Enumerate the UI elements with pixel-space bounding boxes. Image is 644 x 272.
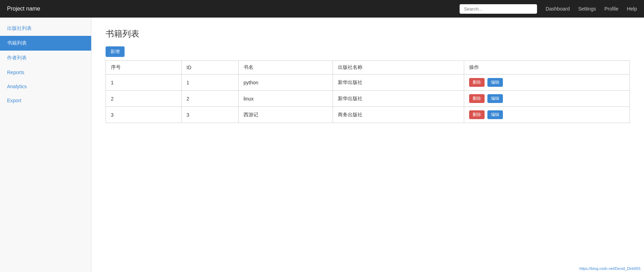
dashboard-link[interactable]: Dashboard <box>545 6 570 12</box>
sidebar: 出版社列表 书籍列表 作者列表 Reports Analytics Export <box>0 18 91 272</box>
col-title: 书名 <box>239 61 333 75</box>
sidebar-item-analytics[interactable]: Analytics <box>0 79 91 93</box>
col-seq: 序号 <box>106 61 182 75</box>
cell-seq: 2 <box>106 91 182 107</box>
delete-button[interactable]: 删除 <box>469 110 485 119</box>
main-content: 书籍列表 新增 序号 ID 书名 出版社名称 操作 1 1 python 新华出… <box>91 18 644 272</box>
page-title: 书籍列表 <box>106 28 630 39</box>
navbar: Project name Dashboard Settings Profile … <box>0 0 644 18</box>
sidebar-item-reports[interactable]: Reports <box>0 65 91 79</box>
sidebar-item-authors[interactable]: 作者列表 <box>0 51 91 65</box>
cell-id: 3 <box>181 107 238 123</box>
table-header-row: 序号 ID 书名 出版社名称 操作 <box>106 61 630 75</box>
add-button[interactable]: 新增 <box>106 46 125 57</box>
help-link[interactable]: Help <box>627 6 637 12</box>
cell-id: 1 <box>181 75 238 91</box>
table-row: 2 2 linux 新华出版社 删除 编辑 <box>106 91 630 107</box>
navbar-brand: Project name <box>7 6 460 12</box>
books-table: 序号 ID 书名 出版社名称 操作 1 1 python 新华出版社 删除 编辑… <box>106 60 630 123</box>
cell-title: linux <box>239 91 333 107</box>
col-publisher: 出版社名称 <box>333 61 464 75</box>
cell-publisher: 商务出版社 <box>333 107 464 123</box>
cell-publisher: 新华出版社 <box>333 91 464 107</box>
navbar-links: Dashboard Settings Profile Help <box>545 6 637 12</box>
cell-actions: 删除 编辑 <box>464 75 630 91</box>
search-input[interactable] <box>460 4 537 14</box>
cell-id: 2 <box>181 91 238 107</box>
profile-link[interactable]: Profile <box>605 6 619 12</box>
cell-title: 西游记 <box>239 107 333 123</box>
cell-title: python <box>239 75 333 91</box>
cell-seq: 1 <box>106 75 182 91</box>
settings-link[interactable]: Settings <box>578 6 596 12</box>
delete-button[interactable]: 删除 <box>469 94 485 103</box>
sidebar-item-publishers[interactable]: 出版社列表 <box>0 21 91 36</box>
col-actions: 操作 <box>464 61 630 75</box>
table-row: 3 3 西游记 商务出版社 删除 编辑 <box>106 107 630 123</box>
edit-button[interactable]: 编辑 <box>487 94 503 103</box>
search-container <box>460 4 537 14</box>
sidebar-item-export[interactable]: Export <box>0 93 91 108</box>
statusbar: https://blog.csdn.net/Devid_Dirk655 <box>576 265 644 272</box>
edit-button[interactable]: 编辑 <box>487 78 503 87</box>
cell-actions: 删除 编辑 <box>464 107 630 123</box>
delete-button[interactable]: 删除 <box>469 78 485 87</box>
edit-button[interactable]: 编辑 <box>487 110 503 119</box>
statusbar-url: https://blog.csdn.net/Devid_Dirk655 <box>579 266 640 271</box>
layout: 出版社列表 书籍列表 作者列表 Reports Analytics Export… <box>0 18 644 272</box>
col-id: ID <box>181 61 238 75</box>
sidebar-item-books[interactable]: 书籍列表 <box>0 36 91 51</box>
cell-seq: 3 <box>106 107 182 123</box>
table-row: 1 1 python 新华出版社 删除 编辑 <box>106 75 630 91</box>
cell-publisher: 新华出版社 <box>333 75 464 91</box>
cell-actions: 删除 编辑 <box>464 91 630 107</box>
